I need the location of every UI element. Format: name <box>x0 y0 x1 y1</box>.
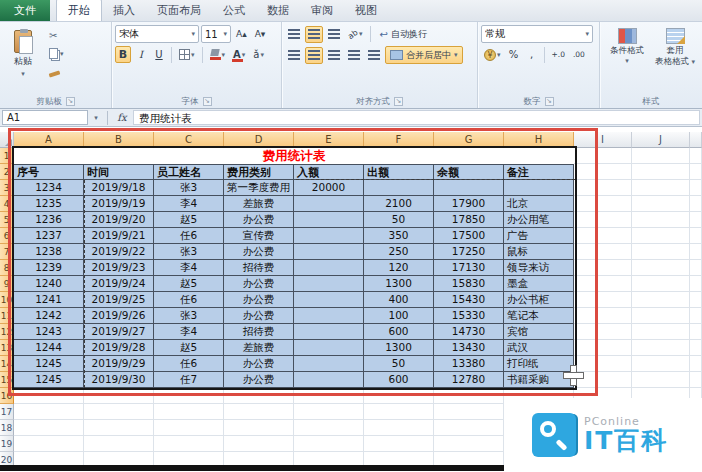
data-cell-E10[interactable] <box>294 292 364 308</box>
cell-J10[interactable] <box>632 292 690 308</box>
cell-A17[interactable] <box>14 404 84 420</box>
row-header-5[interactable]: 5 <box>0 212 14 228</box>
column-header-A[interactable]: A <box>14 132 84 148</box>
data-cell-H5[interactable]: 办公用笔 <box>504 212 574 228</box>
cell-A18[interactable] <box>14 420 84 436</box>
data-cell-F6[interactable]: 350 <box>364 228 434 244</box>
tab-视图[interactable]: 视图 <box>344 0 388 21</box>
column-header-D[interactable]: D <box>224 132 294 148</box>
data-cell-E14[interactable] <box>294 356 364 372</box>
data-cell-H9[interactable]: 墨盒 <box>504 276 574 292</box>
data-cell-D12[interactable]: 招待费 <box>224 324 294 340</box>
cell-G19[interactable] <box>434 436 504 452</box>
row-header-13[interactable]: 13 <box>0 340 14 356</box>
cell-E19[interactable] <box>294 436 364 452</box>
row-header-12[interactable]: 12 <box>0 324 14 340</box>
data-cell-E15[interactable] <box>294 372 364 388</box>
data-cell-B10[interactable]: 2019/9/25 <box>84 292 154 308</box>
data-cell-E13[interactable] <box>294 340 364 356</box>
data-cell-F5[interactable]: 50 <box>364 212 434 228</box>
data-cell-B7[interactable]: 2019/9/22 <box>84 244 154 260</box>
cut-button[interactable]: ✂ <box>47 28 66 43</box>
cell-I7[interactable] <box>574 244 632 260</box>
row-header-9[interactable]: 9 <box>0 276 14 292</box>
data-cell-D7[interactable]: 办公费 <box>224 244 294 260</box>
column-header-E[interactable]: E <box>294 132 364 148</box>
comma-style-button[interactable]: , <box>524 46 540 63</box>
number-dialog-launcher[interactable]: ↘ <box>545 97 554 106</box>
row-header-14[interactable]: 14 <box>0 356 14 372</box>
data-cell-G12[interactable]: 14730 <box>434 324 504 340</box>
cell-J3[interactable] <box>632 180 690 196</box>
data-cell-G13[interactable]: 13430 <box>434 340 504 356</box>
cell-B19[interactable] <box>84 436 154 452</box>
cell-D18[interactable] <box>224 420 294 436</box>
data-cell-E7[interactable] <box>294 244 364 260</box>
cell-J15[interactable] <box>632 372 690 388</box>
data-cell-B13[interactable]: 2019/9/28 <box>84 340 154 356</box>
align-left-button[interactable] <box>285 47 303 64</box>
paste-dropdown-icon[interactable]: ▾ <box>21 70 25 78</box>
header-cell-备注[interactable]: 备注 <box>504 164 574 180</box>
data-cell-D5[interactable]: 办公费 <box>224 212 294 228</box>
tab-审阅[interactable]: 审阅 <box>300 0 344 21</box>
font-color-button[interactable]: A▾ <box>230 46 248 63</box>
cell-I12[interactable] <box>574 324 632 340</box>
number-format-combo[interactable]: 常规▾ <box>481 25 593 43</box>
cell-I2[interactable] <box>574 164 632 180</box>
data-cell-F14[interactable]: 50 <box>364 356 434 372</box>
header-cell-出额[interactable]: 出额 <box>364 164 434 180</box>
data-cell-C3[interactable]: 张3 <box>154 180 224 196</box>
row-header-3[interactable]: 3 <box>0 180 14 196</box>
row-header-10[interactable]: 10 <box>0 292 14 308</box>
decrease-decimal-button[interactable]: .00 <box>570 46 588 63</box>
data-cell-F13[interactable]: 1300 <box>364 340 434 356</box>
data-cell-H11[interactable]: 笔记本 <box>504 308 574 324</box>
tab-文件[interactable]: 文件 <box>0 0 50 21</box>
data-cell-C6[interactable]: 任6 <box>154 228 224 244</box>
cell-F16[interactable] <box>364 388 434 404</box>
cell-D17[interactable] <box>224 404 294 420</box>
cell-J4[interactable] <box>632 196 690 212</box>
data-cell-H7[interactable]: 鼠标 <box>504 244 574 260</box>
cell-J11[interactable] <box>632 308 690 324</box>
data-cell-G11[interactable]: 15330 <box>434 308 504 324</box>
data-cell-C14[interactable]: 任6 <box>154 356 224 372</box>
wrap-text-button[interactable]: ↩ 自动换行 <box>375 25 432 43</box>
cell-G16[interactable] <box>434 388 504 404</box>
data-cell-D9[interactable]: 办公费 <box>224 276 294 292</box>
data-cell-H13[interactable]: 武汉 <box>504 340 574 356</box>
data-cell-B3[interactable]: 2019/9/18 <box>84 180 154 196</box>
increase-decimal-button[interactable]: +.0 <box>549 46 568 63</box>
grow-font-button[interactable]: A▴ <box>233 26 250 43</box>
cell-I3[interactable] <box>574 180 632 196</box>
cell-J2[interactable] <box>632 164 690 180</box>
data-cell-F4[interactable]: 2100 <box>364 196 434 212</box>
data-cell-A4[interactable]: 1235 <box>14 196 84 212</box>
column-header-G[interactable]: G <box>434 132 504 148</box>
data-cell-G7[interactable]: 17250 <box>434 244 504 260</box>
insert-function-button[interactable]: fx <box>113 112 131 123</box>
data-cell-A15[interactable]: 1245 <box>14 372 84 388</box>
align-top-button[interactable] <box>285 26 303 43</box>
data-cell-F15[interactable]: 600 <box>364 372 434 388</box>
cell-G17[interactable] <box>434 404 504 420</box>
cell-J5[interactable] <box>632 212 690 228</box>
tab-公式[interactable]: 公式 <box>212 0 256 21</box>
header-cell-时间[interactable]: 时间 <box>84 164 154 180</box>
cell-I13[interactable] <box>574 340 632 356</box>
data-cell-G4[interactable]: 17900 <box>434 196 504 212</box>
data-cell-C13[interactable]: 赵5 <box>154 340 224 356</box>
select-all-corner[interactable] <box>0 132 14 148</box>
data-cell-H10[interactable]: 办公书柜 <box>504 292 574 308</box>
cell-I6[interactable] <box>574 228 632 244</box>
cell-B16[interactable] <box>84 388 154 404</box>
tab-页面布局[interactable]: 页面布局 <box>146 0 212 21</box>
data-cell-H12[interactable]: 宾馆 <box>504 324 574 340</box>
row-header-7[interactable]: 7 <box>0 244 14 260</box>
data-cell-C11[interactable]: 张3 <box>154 308 224 324</box>
align-middle-button[interactable] <box>305 26 323 43</box>
tab-插入[interactable]: 插入 <box>102 0 146 21</box>
header-cell-余额[interactable]: 余额 <box>434 164 504 180</box>
font-name-combo[interactable]: 宋体▾ <box>115 25 199 43</box>
